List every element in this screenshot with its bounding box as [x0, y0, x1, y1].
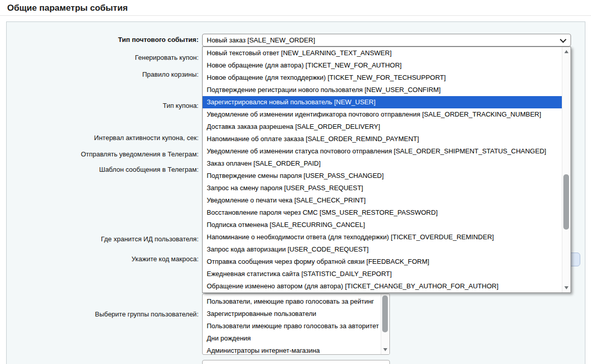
dropdown-option[interactable]: Подписка отменена [SALE_RECURRING_CANCEL… — [203, 219, 562, 231]
dropdown-option[interactable]: Зарегистрировался новый пользователь [NE… — [203, 96, 562, 108]
field-label-telegram-template: Шаблон сообщения в Телеграм: — [0, 166, 199, 174]
dropdown-scroll-up-button[interactable] — [562, 48, 571, 55]
dropdown-scrollbar-thumb[interactable] — [563, 174, 569, 230]
field-label-coupon-interval: Интервал активности купона, сек: — [0, 134, 199, 142]
triangle-down-icon — [564, 286, 568, 289]
field-label-coupon-type: Тип купона: — [0, 102, 199, 110]
listbox-scrollbar-thumb[interactable] — [382, 295, 388, 332]
dropdown-option[interactable]: Уведомление о печати чека [SALE_CHECK_PR… — [203, 194, 562, 207]
dropdown-option[interactable]: Отправка сообщения через форму обратной … — [203, 256, 562, 268]
dropdown-option[interactable]: Новый текстовый ответ [NEW_LEARNING_TEXT… — [203, 47, 562, 59]
dropdown-option[interactable]: Заказ оплачен [SALE_ORDER_PAID] — [203, 157, 562, 170]
triangle-up-icon — [564, 50, 568, 53]
dropdown-option[interactable]: Уведомление об изменении идентификатора … — [203, 108, 562, 121]
next-field-box[interactable] — [202, 360, 390, 364]
dropdown-scroll-down-button[interactable] — [562, 284, 571, 291]
triangle-down-icon — [383, 348, 387, 351]
user-group-option[interactable]: Пользователи имеющие право голосовать за… — [203, 320, 381, 332]
field-label-basket-rule: Правило корзины: — [0, 71, 199, 79]
user-groups-listbox[interactable]: Пользователи, имеющие право голосовать з… — [202, 293, 390, 355]
dropdown-scrollbar[interactable] — [562, 47, 571, 292]
dropdown-option[interactable]: Обращение изменено автором (для автора) … — [203, 280, 562, 292]
event-type-options: Новый текстовый ответ [NEW_LEARNING_TEXT… — [203, 47, 562, 292]
dropdown-option[interactable]: Восстановление пароля через СМС [SMS_USE… — [203, 207, 562, 219]
field-label-user-groups: Выберите группы пользователей: — [0, 310, 199, 318]
event-type-select[interactable]: Новый заказ [SALE_NEW_ORDER] — [202, 34, 571, 47]
dropdown-option[interactable]: Подтверждение регистрации нового пользов… — [203, 84, 562, 96]
user-group-option[interactable]: Пользователи, имеющие право голосовать з… — [203, 295, 381, 308]
field-label-telegram-notify: Отправлять уведомления в Телеграм: — [0, 150, 199, 158]
listbox-scroll-down-button[interactable] — [381, 346, 389, 353]
field-label-event-type: Тип почтового события: — [0, 36, 199, 44]
user-group-option[interactable]: Администраторы интернет-магазина — [203, 345, 381, 355]
dropdown-option[interactable]: Ежедневная статистика сайта [STATISTIC_D… — [203, 268, 562, 280]
dropdown-option[interactable]: Новое обращение (для автора) [TICKET_NEW… — [203, 59, 562, 72]
user-group-option[interactable]: Зарегистрированные пользователи — [203, 308, 381, 320]
field-label-user-id-storage: Где хранится ИД пользователя: — [0, 235, 199, 243]
event-type-select-value: Новый заказ [SALE_NEW_ORDER] — [207, 34, 315, 46]
dropdown-option[interactable]: Напоминание об оплате заказа [SALE_ORDER… — [203, 133, 562, 145]
listbox-scrollbar[interactable] — [381, 294, 389, 354]
user-groups-options: Пользователи, имеющие право голосовать з… — [203, 295, 381, 355]
dropdown-option[interactable]: Напоминание о необходимости ответа (для … — [203, 231, 562, 243]
dropdown-option[interactable]: Доставка заказа разрешена [SALE_ORDER_DE… — [203, 121, 562, 133]
page-title: Общие параметры события — [7, 3, 128, 13]
event-type-dropdown: Новый текстовый ответ [NEW_LEARNING_TEXT… — [202, 47, 571, 293]
field-label-generate-coupon: Генерировать купон: — [0, 54, 199, 62]
dropdown-option[interactable]: Запрос кода авторизации [USER_CODE_REQUE… — [203, 243, 562, 256]
title-separator — [0, 15, 591, 16]
dropdown-option[interactable]: Новое обращение (для техподдержки) [TICK… — [203, 72, 562, 84]
field-label-macro-code: Укажите код макроса: — [0, 255, 199, 263]
dropdown-option[interactable]: Подтверждение смены пароля [USER_PASS_CH… — [203, 170, 562, 182]
dropdown-option[interactable]: Уведомление об изменении статуса почтово… — [203, 145, 562, 157]
user-group-option[interactable]: Дни рождения — [203, 332, 381, 345]
chevron-down-icon — [560, 36, 566, 43]
dropdown-option[interactable]: Запрос на смену пароля [USER_PASS_REQUES… — [203, 182, 562, 194]
